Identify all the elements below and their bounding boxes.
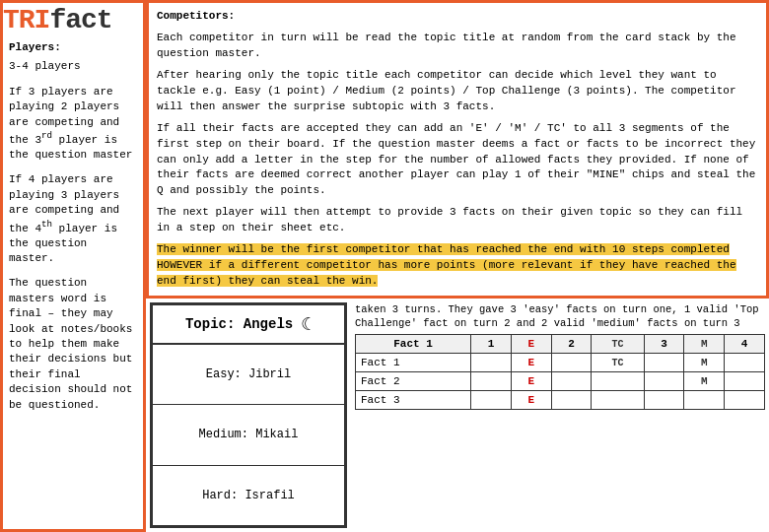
fact3-c4: [725, 391, 765, 410]
fact3-c2: [551, 391, 592, 410]
fact1-c1: [471, 354, 512, 372]
fact3-c1: [471, 391, 512, 410]
score-row-fact1: Fact 1 E TC M: [356, 354, 765, 372]
col-2: 2: [551, 335, 592, 354]
players-heading: Players:: [9, 40, 137, 55]
fact3-e: E: [511, 391, 551, 410]
topic-hard-row: Hard: Israfil: [153, 466, 344, 525]
fact2-c3: [644, 372, 684, 391]
sidebar-content: Players: 3-4 players If 3 players are pl…: [9, 40, 137, 413]
rule-4p-text: If 4 players are playing 3 players are c…: [9, 172, 137, 266]
topic-easy-row: Easy: Jibril: [153, 345, 344, 405]
topic-title: Topic: Angels: [185, 316, 293, 332]
fact2-c4: [725, 372, 765, 391]
col-4: 4: [725, 335, 765, 354]
rule-qm-text: The question masters word is final – the…: [9, 276, 137, 413]
fact2-label: Fact 2: [356, 372, 471, 391]
topic-easy: Easy: Jibril: [206, 367, 291, 381]
crescent-icon: ☾: [301, 313, 312, 335]
fact3-c3: [644, 391, 684, 410]
rules-heading: Competitors:: [157, 9, 758, 25]
rules-p2: After hearing only the topic title each …: [157, 68, 758, 115]
rule-3p-text: If 3 players are playing 2 players are c…: [9, 85, 137, 164]
bottom-area: Topic: Angels ☾ Easy: Jibril Medium: Mik…: [146, 299, 769, 532]
sup-4th: th: [41, 219, 52, 230]
rules-p4: The next player will then attempt to pro…: [157, 205, 758, 236]
fact1-c2: [551, 354, 592, 372]
fact2-tc: [592, 372, 644, 391]
main-content: Competitors: Each competitor in turn wil…: [146, 0, 769, 532]
rules-box: Competitors: Each competitor in turn wil…: [146, 0, 769, 299]
topic-header: Topic: Angels ☾: [153, 305, 344, 345]
fact1-c4: [725, 354, 765, 372]
logo-tri: TRI: [3, 5, 49, 35]
fact3-label: Fact 3: [356, 391, 471, 410]
rules-p5: The winner will be the first competitor …: [157, 242, 758, 290]
fact1-m: M: [684, 354, 725, 372]
fact2-c2: [551, 372, 592, 391]
fact1-label: Fact 1: [356, 354, 471, 372]
sidebar-3p-rule: If 3 players are playing 2 players are c…: [9, 85, 137, 164]
score-row-fact2: Fact 2 E M: [356, 372, 765, 391]
score-description: taken 3 turns. They gave 3 'easy' facts …: [355, 302, 765, 330]
sidebar-qm-rule: The question masters word is final – the…: [9, 276, 137, 413]
score-row-fact3: Fact 3 E: [356, 391, 765, 410]
logo-fact: fact: [49, 5, 111, 35]
topic-medium-row: Medium: Mikail: [153, 405, 344, 465]
fact1-e: E: [511, 354, 551, 372]
fact2-e: E: [511, 372, 551, 391]
player-count: 3-4 players: [9, 59, 137, 74]
col-m: M: [684, 335, 725, 354]
fact3-m: [684, 391, 725, 410]
fact1-c3: [644, 354, 684, 372]
sup-3rd: rd: [41, 130, 52, 141]
rules-p3: If all their facts are accepted they can…: [157, 121, 758, 200]
fact1-tc: TC: [592, 354, 644, 372]
sidebar: TRIfact Players: 3-4 players If 3 player…: [0, 0, 146, 532]
score-table: Fact 1 1 E 2 TC 3 M 4 Fact 1 E: [355, 334, 765, 410]
col-3: 3: [644, 335, 684, 354]
col-tc: TC: [592, 335, 644, 354]
rules-p1: Each competitor in turn will be read the…: [157, 31, 758, 62]
fact3-tc: [592, 391, 644, 410]
topic-medium: Medium: Mikail: [199, 428, 299, 441]
logo: TRIfact: [3, 1, 112, 39]
topic-card: Topic: Angels ☾ Easy: Jibril Medium: Mik…: [150, 302, 347, 528]
col-1: 1: [471, 335, 512, 354]
fact2-m: M: [684, 372, 725, 391]
rules-highlight: The winner will be the first competitor …: [157, 243, 736, 287]
col-e: E: [511, 335, 551, 354]
fact2-c1: [471, 372, 512, 391]
score-table-header-row: Fact 1 1 E 2 TC 3 M 4: [356, 335, 765, 354]
sidebar-players-section: Players: 3-4 players: [9, 40, 137, 75]
score-panel: taken 3 turns. They gave 3 'easy' facts …: [355, 302, 765, 528]
topic-hard: Hard: Israfil: [202, 489, 295, 502]
col-fact: Fact 1: [356, 335, 471, 354]
sidebar-4p-rule: If 4 players are playing 3 players are c…: [9, 172, 137, 266]
